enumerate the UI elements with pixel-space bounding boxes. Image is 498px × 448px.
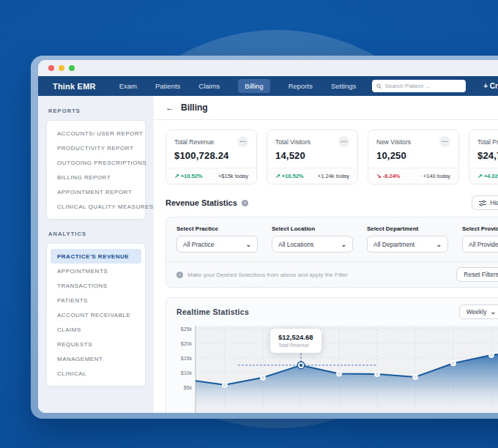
sidebar-item-patients[interactable]: PATIENTS (47, 293, 145, 307)
card-menu-button[interactable]: ⋯ (237, 136, 248, 147)
realtime-statistics-title: Realtime Statistics (176, 307, 249, 316)
card-menu-button[interactable]: ⋯ (338, 136, 349, 147)
chart-wrap: $12,524.68 Total Revenue $25k$20k$15k$10… (166, 324, 498, 413)
trend-up-indicator: ↗+4.32% (477, 173, 498, 179)
nav-item-exam[interactable]: Exam (119, 79, 137, 93)
y-tick-label: $15k (181, 356, 193, 361)
close-window-button[interactable] (48, 65, 54, 71)
dropdown-value: All Practice (183, 241, 215, 248)
stat-card-head: Total Revenue⋯$100,728.24 (166, 130, 256, 168)
info-icon: i (242, 200, 248, 206)
search-input[interactable] (384, 83, 461, 89)
chevron-down-icon: ⌄ (490, 310, 496, 314)
range-select-value: Weekly (467, 308, 487, 316)
stat-card-value: $100,728.24 (174, 150, 248, 161)
stat-card-title: Total Revenue (174, 138, 214, 146)
stat-card-title: New Visitors (376, 138, 411, 146)
trend-down-icon: ↘ (376, 173, 382, 179)
nav-item-billing[interactable]: Billing (238, 79, 270, 93)
filter-col-select-department: Select DepartmentAll Department⌄ (367, 225, 448, 253)
sidebar-section-title-analytics: ANALYTICS (48, 231, 146, 237)
stat-card-footer: ↗+10.52%+$15k today (166, 168, 256, 184)
stat-card-new-visitors: New Visitors⋯10,250↘-6.24%+140 today (368, 130, 459, 184)
sidebar-card-analytics: PRACTICE'S REVENUEAPPOINTMENTSTRANSACTIO… (46, 243, 146, 387)
sidebar-item-claims[interactable]: CLAIMS (47, 322, 145, 337)
realtime-statistics-panel: Realtime Statistics Weekly ⌄ $12,524.68 … (166, 297, 498, 413)
sidebar-item-transactions[interactable]: TRANSACTIONS (47, 278, 145, 293)
stat-card-head: New Visitors⋯10,250 (368, 130, 458, 168)
sidebar-item-appointments[interactable]: APPOINTMENTS (47, 264, 145, 278)
stat-card-total-profit: Total Profit⋯$24,728.00↗+4.32% (469, 130, 498, 184)
sidebar-item-clinical[interactable]: CLINICAL (47, 366, 145, 381)
back-arrow-icon[interactable]: ← (166, 102, 174, 113)
revenue-area-chart[interactable]: $25k$20k$15k$10k$5kJanuaryFebruaryMarchA… (171, 326, 498, 413)
dropdown-select-department[interactable]: All Department⌄ (367, 236, 448, 253)
stat-card-note: +140 today (423, 173, 450, 179)
zoom-window-button[interactable] (69, 65, 75, 71)
stat-card-title-row: Total Profit⋯ (477, 136, 498, 147)
chart-point-july (451, 361, 456, 365)
page-content: Total Revenue⋯$100,728.24↗+10.52%+$15k t… (154, 120, 498, 413)
range-select[interactable]: Weekly ⌄ (459, 305, 498, 319)
sidebar-item-management[interactable]: MANAGEMENT (47, 351, 145, 366)
reset-filter-button[interactable]: Reset Filters (456, 267, 498, 282)
stat-card-footer: ↗+4.32% (469, 168, 498, 184)
chart-tooltip: $12,524.68 Total Revenue (270, 329, 322, 353)
stat-card-value: 14,520 (275, 150, 349, 161)
patient-search-box[interactable] (372, 80, 466, 92)
reset-filter-label: Reset Filters (464, 271, 498, 278)
filter-panel: Select PracticeAll Practice⌄Select Locat… (166, 217, 498, 288)
minimize-window-button[interactable] (59, 65, 64, 71)
chart-point-june (413, 375, 417, 379)
sidebar-item-appointment-report[interactable]: APPOINTMENT REPORT (47, 184, 145, 199)
nav-item-patients[interactable]: Patients (155, 79, 180, 93)
card-menu-button[interactable]: ⋯ (439, 136, 450, 147)
sidebar-item-outgoing-prescriptions[interactable]: OUTGOING PRESCRIPTIONS (47, 155, 145, 170)
nav-item-settings[interactable]: Settings (331, 79, 356, 93)
chart-point-august (489, 353, 494, 357)
filter-label: Select Location (272, 225, 353, 232)
tooltip-value: $12,524.68 (278, 333, 313, 341)
dropdown-select-location[interactable]: All Locations⌄ (272, 236, 353, 253)
hint-info-icon: i (176, 272, 183, 278)
chart-point-highlight (300, 364, 302, 367)
filter-col-select-practice: Select PracticeAll Practice⌄ (176, 225, 258, 253)
app-body: REPORTSACCOUNTS/ USER REPORTPRODUCTIVITY… (38, 96, 498, 413)
dropdown-value: All Locations (278, 241, 313, 248)
stat-card-title: Total Visitors (275, 138, 311, 146)
app-logo: Think EMR (53, 82, 96, 91)
main-content: ← Billing Total Revenue⋯$100,728.24↗+10.… (154, 96, 498, 413)
filter-col-select-provider: Select ProviderAll Providers⌄ (462, 225, 498, 253)
dropdown-select-provider[interactable]: All Providers⌄ (462, 236, 498, 253)
nav-item-reports[interactable]: Reports (289, 79, 313, 93)
y-tick-label: $5k (184, 385, 193, 390)
sidebar-section-title-reports: REPORTS (48, 108, 146, 114)
nav-item-claims[interactable]: Claims (198, 79, 220, 93)
trend-up-icon: ↗ (477, 173, 483, 179)
filter-hint-text: Make your Desired Selections from above … (187, 272, 348, 278)
sidebar-item-requests[interactable]: REQUESTS (47, 337, 145, 351)
app-window-inner: Think EMR ExamPatientsClaimsBillingRepor… (38, 60, 498, 413)
window-titlebar (38, 60, 498, 76)
top-navbar: Think EMR ExamPatientsClaimsBillingRepor… (38, 76, 498, 96)
create-button[interactable]: + Create (483, 82, 498, 90)
filter-col-select-location: Select LocationAll Locations⌄ (272, 225, 353, 253)
chevron-down-icon: ⌄ (245, 242, 251, 247)
section-title-text: Revenue Statistics (166, 198, 237, 207)
hide-filter-button[interactable]: Hide Filter (472, 195, 498, 210)
sidebar-item-productivity-report[interactable]: PRODUCTIVITY REPORT (47, 141, 145, 155)
chart-point-february (261, 376, 265, 380)
trend-up-icon: ↗ (275, 173, 280, 179)
sidebar-item-billing-report[interactable]: BILLING REPORT (47, 170, 145, 184)
desktop: { "navbar": { "logo_primary": "Think", "… (0, 0, 498, 448)
sidebar-item-accounts-user-report[interactable]: ACCOUNTS/ USER REPORT (47, 126, 145, 141)
stat-card-footer: ↘-6.24%+140 today (368, 168, 458, 184)
chart-point-may (375, 372, 379, 376)
stat-card-title-row: Total Revenue⋯ (174, 136, 248, 147)
filter-label: Select Practice (176, 225, 258, 232)
sidebar-item-practice-s-revenue[interactable]: PRACTICE'S REVENUE (51, 249, 141, 264)
dropdown-value: All Providers (469, 241, 498, 248)
sidebar-item-clinical-quality-measures[interactable]: CLINICAL QUALITY MEASURES (47, 199, 145, 214)
dropdown-select-practice[interactable]: All Practice⌄ (176, 236, 258, 253)
sidebar-item-account-receivable[interactable]: ACCOUNT RECEIVABLE (47, 307, 145, 322)
